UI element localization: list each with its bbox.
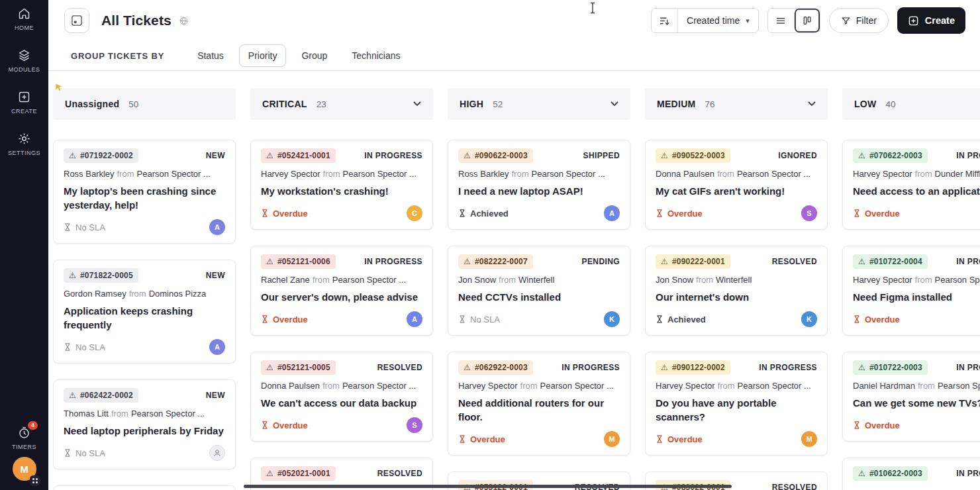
assignee-avatar[interactable]: A	[407, 311, 422, 327]
tab-priority[interactable]: Priority	[239, 44, 287, 67]
ticket-id-badge[interactable]: ⚠ #082222-0007	[458, 254, 533, 269]
column-header[interactable]: HIGH 52	[448, 88, 630, 120]
tab-group[interactable]: Group	[292, 44, 336, 67]
sla-status: Overdue	[261, 420, 308, 430]
ticket-id-badge[interactable]: ⚠ #052421-0001	[261, 148, 336, 163]
ticket-subject[interactable]: Need Figma installed	[853, 290, 980, 304]
ticket-subject[interactable]: My laptop's been crashing since yesterda…	[64, 184, 225, 212]
ticket-subject[interactable]: Need CCTVs installed	[458, 290, 620, 304]
avatar-initial: K	[609, 315, 614, 323]
sidebar-item-modules[interactable]: MODULES	[8, 48, 40, 73]
ticket-card[interactable]: ⚠ #010722-0004 IN PROGRESS Harvey Specto…	[842, 246, 980, 336]
assignee-avatar[interactable]: M	[604, 431, 620, 447]
ticket-id-badge[interactable]: ⚠ #010722-0003	[853, 360, 928, 375]
ticket-id-badge[interactable]: ⚠ #010622-0003	[853, 466, 928, 481]
board-view-icon-button[interactable]	[64, 8, 89, 33]
ticket-card[interactable]: ⚠ #010622-0003 IN PROGRESS	[842, 458, 980, 490]
ticket-subject[interactable]: Application keeps crashing frequently	[64, 304, 225, 332]
ticket-id-badge[interactable]: ⚠ #090222-0001	[656, 254, 730, 269]
ticket-id-badge[interactable]: ⚠ #062922-0003	[458, 360, 533, 375]
ticket-card[interactable]: ⚠ #010722-0003 IN PROGRESS Daniel Hardma…	[842, 352, 980, 442]
hourglass-icon	[656, 315, 663, 324]
column-cards: ⚠ #052421-0001 IN PROGRESS Harvey Specto…	[250, 140, 433, 490]
filter-button[interactable]: Filter	[829, 8, 889, 33]
requester-company: Pearson Spector ...	[137, 169, 211, 179]
visibility-globe-icon[interactable]	[179, 16, 189, 26]
ticket-card[interactable]: ⚠ #071922-0002 NEW Ross Barkley from Pea…	[53, 140, 236, 244]
kanban-view-button[interactable]	[794, 9, 820, 32]
column-collapse-chevron-icon[interactable]	[611, 101, 618, 107]
assignee-avatar[interactable]: A	[209, 219, 225, 235]
ticket-id-badge[interactable]: ⚠ #010722-0004	[853, 254, 928, 269]
sort-value: Created time	[687, 15, 740, 26]
ticket-card[interactable]: ⚠ #062922-0003 IN PROGRESS Harvey Specto…	[448, 352, 630, 456]
ticket-card[interactable]: ⚠ #082222-0007 PENDING Jon Snow from Win…	[448, 246, 630, 336]
ticket-status: IN PROGRESS	[956, 257, 980, 266]
assignee-avatar[interactable]: C	[407, 205, 422, 221]
column-collapse-chevron-icon[interactable]	[808, 101, 816, 107]
ticket-id-badge[interactable]: ⚠ #052021-0001	[261, 466, 336, 481]
list-view-button[interactable]	[768, 9, 794, 32]
app-switcher-icon[interactable]	[30, 475, 40, 486]
assignee-avatar[interactable]: M	[801, 431, 817, 447]
horizontal-scrollbar-thumb[interactable]	[244, 485, 732, 488]
sla-label: Overdue	[273, 420, 308, 430]
column-header[interactable]: LOW 40	[842, 88, 980, 120]
ticket-card[interactable]: ⚠ #052421-0001 IN PROGRESS Harvey Specto…	[250, 140, 433, 230]
ticket-card[interactable]: ⚠ #062422-0002 NEW Thomas Litt from Pear…	[53, 379, 236, 469]
user-avatar[interactable]: M	[13, 457, 36, 481]
ticket-id-badge[interactable]: ⚠ #090622-0003	[458, 148, 533, 163]
assignee-avatar[interactable]: S	[407, 417, 422, 433]
ticket-subject[interactable]: My workstation's crashing!	[261, 184, 422, 198]
ticket-id-badge[interactable]: ⚠ #071922-0002	[64, 148, 138, 163]
ticket-subject[interactable]: Need access to an application	[853, 184, 980, 198]
sort-direction-button[interactable]	[652, 9, 678, 32]
ticket-id-badge[interactable]: ⚠ #052121-0005	[261, 360, 336, 375]
sidebar-item-create[interactable]: CREATE	[11, 90, 37, 115]
create-button[interactable]: Create	[897, 7, 965, 34]
requester-name: Ross Barkley	[64, 169, 115, 179]
ticket-card[interactable]: ⚠ #052121-0005 RESOLVED Donna Paulsen fr…	[250, 352, 433, 442]
assignee-avatar[interactable]: S	[801, 205, 817, 221]
ticket-subject[interactable]: Can we get some new TVs?	[853, 396, 980, 410]
ticket-card[interactable]: ⚠ #090122-0002 IN PROGRESS Harvey Specto…	[645, 352, 828, 456]
assignee-avatar[interactable]: K	[604, 311, 620, 327]
sla-label: Overdue	[470, 434, 505, 444]
tab-status[interactable]: Status	[188, 44, 233, 67]
sidebar-item-settings[interactable]: SETTINGS	[8, 132, 40, 156]
column-header[interactable]: MEDIUM 76	[645, 88, 828, 120]
ticket-card[interactable]: ⚠ #090222-0001 RESOLVED Jon Snow from Wi…	[645, 246, 828, 336]
ticket-card[interactable]: ⚠ #090622-0002 NEW	[53, 485, 236, 490]
ticket-subject[interactable]: Our server's down, please advise	[261, 290, 422, 304]
assignee-avatar[interactable]	[209, 445, 225, 461]
ticket-card[interactable]: ⚠ #071822-0005 NEW Gordon Ramsey from Do…	[53, 260, 236, 364]
column-header[interactable]: Unassigned 50	[53, 88, 236, 120]
ticket-card[interactable]: ⚠ #070622-0003 IN PROGRESS Harvey Specto…	[842, 140, 980, 230]
ticket-subject[interactable]: My cat GIFs aren't working!	[656, 184, 817, 198]
assignee-avatar[interactable]: A	[604, 205, 620, 221]
assignee-avatar[interactable]: A	[209, 339, 225, 355]
warning-icon: ⚠	[266, 258, 273, 266]
ticket-card[interactable]: ⚠ #052121-0006 IN PROGRESS Rachel Zane f…	[250, 246, 433, 336]
sidebar-item-timers[interactable]: 4 TIMERS	[12, 426, 36, 450]
ticket-id-badge[interactable]: ⚠ #062422-0002	[64, 388, 138, 403]
assignee-avatar[interactable]: K	[801, 311, 817, 327]
column-collapse-chevron-icon[interactable]	[413, 101, 421, 107]
ticket-id-badge[interactable]: ⚠ #052121-0006	[261, 254, 336, 269]
ticket-subject[interactable]: Our internet's down	[656, 290, 817, 304]
ticket-card[interactable]: ⚠ #090522-0003 IGNORED Donna Paulsen fro…	[645, 140, 828, 230]
sidebar-item-home[interactable]: HOME	[15, 7, 34, 31]
ticket-id-badge[interactable]: ⚠ #071822-0005	[64, 268, 138, 283]
tab-technicians[interactable]: Technicians	[342, 44, 409, 67]
ticket-id-badge[interactable]: ⚠ #070622-0003	[853, 148, 928, 163]
ticket-subject[interactable]: We can't access our data backup	[261, 396, 422, 410]
ticket-id-badge[interactable]: ⚠ #090122-0002	[656, 360, 730, 375]
ticket-id-badge[interactable]: ⚠ #090522-0003	[656, 148, 730, 163]
ticket-subject[interactable]: I need a new laptop ASAP!	[458, 184, 620, 198]
ticket-subject[interactable]: Need additional routers for our floor.	[458, 396, 620, 424]
ticket-subject[interactable]: Need laptop peripherals by Friday	[64, 424, 225, 438]
sort-dropdown[interactable]: Created time ▾	[678, 9, 758, 32]
ticket-subject[interactable]: Do you have any portable scanners?	[656, 396, 817, 424]
column-header[interactable]: CRITICAL 23	[250, 88, 433, 120]
ticket-card[interactable]: ⚠ #090622-0003 SHIPPED Ross Barkley from…	[448, 140, 630, 230]
